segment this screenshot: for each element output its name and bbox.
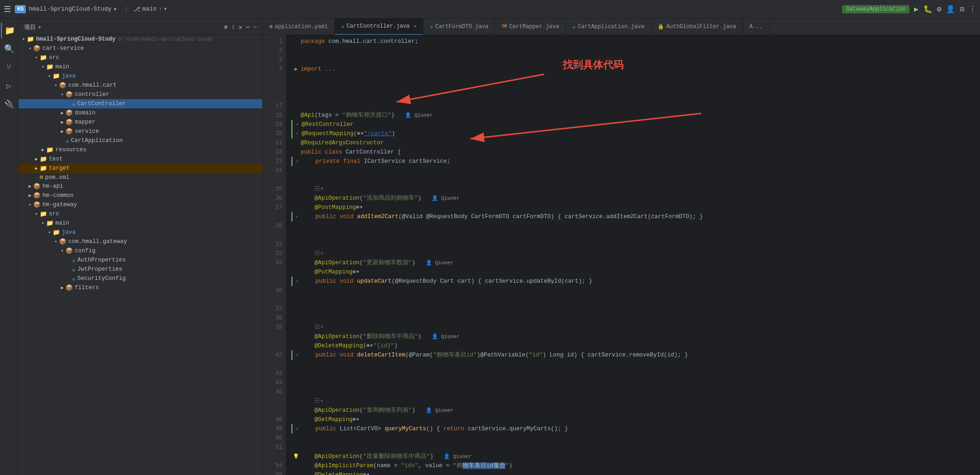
activity-bar: 📁 🔍 ⑂ ▷ 🔌 xyxy=(0,18,18,475)
tab-authglobalfilter[interactable]: 🔒 AuthGlobalFilter.java xyxy=(651,18,743,35)
settings-icon[interactable]: ⚙ xyxy=(937,5,942,14)
filter-icon: 🔒 xyxy=(658,24,664,30)
branch-dropdown[interactable]: ▾ xyxy=(164,6,167,12)
hamburger-icon[interactable]: ☰ xyxy=(4,4,11,14)
tree-item-test-1[interactable]: ▶ 📁 test xyxy=(18,154,262,164)
code-line-37-sub: @ApiOperation("删除购物车中商品") 👤 Qiuner xyxy=(291,332,980,341)
tab-yaml-label: application.yaml xyxy=(275,24,328,30)
find-icon[interactable]: 🔍 xyxy=(1,41,18,57)
code-line-18: @Api(tags = "购物车相关接口") 👤 Qiuner xyxy=(291,111,980,120)
tree-item-mapper[interactable]: ▶ 📦 mapper xyxy=(18,118,262,127)
tree-item-com-hmall-cart[interactable]: ▾ 📦 com.hmall.cart xyxy=(18,81,262,90)
tab-cartformdto-label: CartFormDTO.java xyxy=(435,24,488,30)
code-line-25-header: ☵▾ xyxy=(291,184,980,194)
code-line-38: @DeleteMapping(⊕▾"{id}") xyxy=(291,341,980,350)
tab-authglobalfilter-label: AuthGlobalFilter.java xyxy=(666,24,736,30)
code-gap-inline-6 xyxy=(291,360,980,378)
run-view-icon[interactable]: ▷ xyxy=(1,77,18,94)
tab-cartformdto[interactable]: ☕ CartFormDTO.java xyxy=(423,18,495,35)
code-line-48: 💡 @ApiOperation("批量删除购物车中商品") 👤 Qiuner xyxy=(291,452,980,461)
tree-item-CartController[interactable]: ☕ CartController xyxy=(18,99,262,108)
code-line-27: ✓ public void addItem2Cart(@Valid @Reque… xyxy=(291,212,980,221)
tree-item-main-1[interactable]: ▾ 📁 main xyxy=(18,62,262,71)
tree-item-target-1[interactable]: ▶ 📁 target xyxy=(18,164,262,173)
tree-item-controller[interactable]: ▾ 📦 controller xyxy=(18,90,262,99)
plugins-icon[interactable]: 🔌 xyxy=(1,96,18,113)
app-icon: ☕ xyxy=(572,24,576,30)
tree-item-hm-api[interactable]: ▶ 📦 hm-api xyxy=(18,182,262,191)
code-line-19: ✓ @RestController xyxy=(291,120,980,129)
tree-item-java-gw[interactable]: ▾ 📁 java xyxy=(18,228,262,237)
tree-item-AuthProperties[interactable]: ☕ AuthProperties xyxy=(18,255,262,265)
user-icon[interactable]: 👤 xyxy=(946,5,955,14)
project-dropdown-icon[interactable]: ▾ xyxy=(113,6,117,13)
run-app-name[interactable]: GatewayApplication xyxy=(842,5,909,13)
tree-item-root[interactable]: ▾ 📁 hmall-SpringCloud-Study D:\Code\hmal… xyxy=(18,35,262,44)
tree-item-SecurityConfig[interactable]: ☕ SecurityConfig xyxy=(18,274,262,283)
tree-item-hm-common[interactable]: ▶ 📦 hm-common xyxy=(18,191,262,200)
debug-icon[interactable]: 🐛 xyxy=(923,5,932,14)
code-line-26: @PostMapping⊕▾ xyxy=(291,203,980,212)
add-icon[interactable]: ⊕ xyxy=(224,24,228,31)
yaml-icon: ⚙ xyxy=(269,24,273,30)
code-line-43-sub: @ApiOperation("查询购物车列表") 👤 Qiuner xyxy=(291,406,980,415)
tree-item-src-gw[interactable]: ▾ 📁 src xyxy=(18,209,262,219)
tree-item-src-1[interactable]: ▾ 📁 src xyxy=(18,53,262,62)
sync-icon[interactable]: ↕ xyxy=(232,24,235,31)
code-line-45: ✓ public List<CartVO> queryMyCarts() { r… xyxy=(291,424,980,433)
java-icon-formdto: ☕ xyxy=(430,24,433,30)
project-badge: HS xyxy=(15,5,26,13)
close-icon[interactable]: ✕ xyxy=(239,24,243,31)
code-line-36 xyxy=(291,304,980,314)
code-gap-inline-3 xyxy=(291,240,980,249)
sidebar-title: 项目 xyxy=(24,23,36,31)
tab-cartmapper[interactable]: 🗺 CartMapper.java xyxy=(495,18,566,35)
tree-item-CartApplication[interactable]: ☕ CartApplication xyxy=(18,136,262,145)
code-line-33: ✓ public void updateCart(@RequestBody Ca… xyxy=(291,277,980,286)
branch-name[interactable]: main xyxy=(142,6,156,12)
project-name[interactable]: hmall-SpringCloud-Study xyxy=(29,6,111,12)
tree-item-service[interactable]: ▶ 📦 service xyxy=(18,127,262,136)
code-line-49: @ApiImplicitParam(name = "ids", value = … xyxy=(291,461,980,470)
code-line-44: @GetMapping⊕▾ xyxy=(291,415,980,424)
tree-item-hm-gateway[interactable]: ▾ 📦 hm-gateway xyxy=(18,200,262,209)
minimize-icon[interactable]: — xyxy=(253,24,257,31)
window-icon[interactable]: ⊡ xyxy=(960,5,964,14)
tab-cartapplication[interactable]: ☕ CartApplication.java xyxy=(566,18,651,35)
tab-bar: ⚙ application.yaml ☕ CartController.java… xyxy=(263,18,980,35)
java-icon-cart: ☕ xyxy=(341,23,344,29)
tree-item-domain[interactable]: ▶ 📦 domain xyxy=(18,108,262,118)
tree-item-JwtProperties[interactable]: ☕ JwtProperties xyxy=(18,265,262,274)
project-view-icon[interactable]: 📁 xyxy=(1,22,18,39)
code-line-31-header: ☵▾ xyxy=(291,249,980,258)
sidebar-dropdown[interactable]: ▾ xyxy=(38,24,42,31)
tree-item-cart-service[interactable]: ▾ 📦 cart-service xyxy=(18,44,262,53)
tab-more-label: A... xyxy=(749,24,763,30)
tree-item-main-gw[interactable]: ▾ 📁 main xyxy=(18,219,262,228)
tree-item-resources-1[interactable]: ▶ 📁 resources xyxy=(18,145,262,154)
code-gap-inline-1 xyxy=(291,175,980,184)
tab-yaml[interactable]: ⚙ application.yaml xyxy=(263,18,335,35)
line-numbers: 1 2 3 4 17 18 19 20 21 22 23 24 25 26 27… xyxy=(263,35,286,475)
vcs-icon[interactable]: ⑂ xyxy=(1,59,18,76)
sidebar-header: 项目 ▾ ⊕ ↕ ✕ ⋯ — xyxy=(18,20,262,35)
code-editor[interactable]: 1 2 3 4 17 18 19 20 21 22 23 24 25 26 27… xyxy=(263,35,980,475)
run-icon[interactable]: ▶ xyxy=(914,5,919,14)
tree-item-filters-gw[interactable]: ▶ 📦 filters xyxy=(18,283,262,292)
code-gap-5-16 xyxy=(291,74,980,101)
code-line-4: ▶ import ... xyxy=(291,65,980,74)
options-icon[interactable]: ⋯ xyxy=(246,24,249,31)
tree-item-com-hmall-gateway[interactable]: ▾ 📦 com.hmall.gateway xyxy=(18,237,262,246)
code-line-31-sub: @ApiOperation("更新购物车数据") 👤 Qiuner xyxy=(291,258,980,267)
more-icon[interactable]: ⋮ xyxy=(969,5,976,14)
tab-more[interactable]: A... xyxy=(743,18,770,35)
tree-item-config-gw[interactable]: ▾ 📦 config xyxy=(18,246,262,255)
tree-item-java-1[interactable]: ▾ 📁 java xyxy=(18,71,262,81)
tab-close-icon[interactable]: ✕ xyxy=(414,24,416,29)
code-line-2 xyxy=(291,46,980,55)
tree-item-pom-1[interactable]: m pom.xml xyxy=(18,173,262,182)
code-content[interactable]: 找到具体代码 package com.hmall.cart.controller… xyxy=(286,35,980,475)
tab-cartcontroller[interactable]: ☕ CartController.java ✕ xyxy=(335,18,423,35)
code-line-25-sub: @ApiOperation("添加商品到购物车") 👤 Qiuner xyxy=(291,194,980,203)
code-line-32: @PutMapping⊕▾ xyxy=(291,267,980,277)
